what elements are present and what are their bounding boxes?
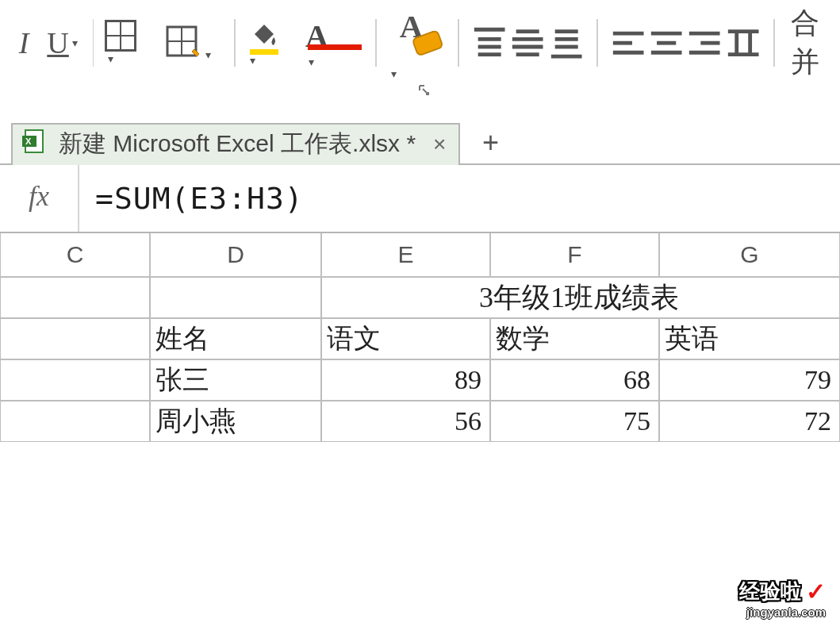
fill-color-icon [247,18,282,53]
cell-shading-icon [164,24,199,59]
watermark: 经验啦 ✓ jingyanla.com [739,578,826,619]
align-bottom-icon [547,24,585,62]
separator [93,19,94,67]
cell-c3[interactable] [0,359,150,401]
align-bottom-button[interactable] [547,19,585,67]
header-chinese[interactable]: 语文 [321,318,490,359]
font-color-icon: A [305,17,364,55]
header-english[interactable]: 英语 [659,318,840,359]
tab-title: 新建 Microsoft Excel 工作表.xlsx * [59,128,416,160]
distribute-icon [724,24,762,62]
close-tab-button[interactable]: × [433,132,446,157]
workbook-tab[interactable]: X 新建 Microsoft Excel 工作表.xlsx * × [11,123,460,165]
border-button[interactable]: ▾ [105,20,163,66]
align-left-button[interactable] [609,19,647,67]
align-top-button[interactable] [470,19,508,67]
format-toolbar: I U▾ ▾ ▾ ▾ A ▾ [0,0,840,79]
workbook-tabbar: X 新建 Microsoft Excel 工作表.xlsx * × + [0,119,840,165]
dialog-launcher-button[interactable] [415,81,434,100]
clear-format-button[interactable]: A ▾ [388,5,447,81]
chevron-down-icon: ▾ [108,53,113,65]
chevron-down-icon: ▾ [205,49,211,61]
chevron-down-icon: ▾ [250,55,255,67]
underline-icon: U [47,25,68,60]
italic-icon: I [19,25,29,60]
excel-file-icon: X [21,128,48,160]
cell-chinese-0[interactable]: 89 [321,359,490,401]
eraser-icon: A [388,5,447,63]
separator [596,19,598,67]
chevron-down-icon: ▾ [309,56,314,68]
checkmark-icon: ✓ [806,578,826,605]
header-math[interactable]: 数学 [490,318,659,359]
separator [234,19,236,67]
column-header-d[interactable]: D [150,233,321,277]
align-middle-icon [508,24,547,62]
cell-english-0[interactable]: 79 [659,359,840,401]
align-top-icon [470,24,508,62]
sheet-title-text: 3年级1班成绩表 [479,279,679,317]
spreadsheet-grid[interactable]: C D E F G 3年级1班成绩表 姓名 语文 数学 英语 张三 89 68 … [0,233,840,442]
cell-english-1[interactable]: 72 [659,401,840,442]
fx-label[interactable]: fx [0,165,79,232]
title-merged-cell[interactable]: 3年级1班成绩表 [321,277,840,318]
header-name[interactable]: 姓名 [150,318,321,359]
chevron-down-icon: ▾ [391,68,397,80]
italic-button[interactable]: I [5,19,43,67]
align-right-icon [685,24,723,62]
align-left-icon [609,24,647,62]
formula-bar: fx =SUM(E3:H3) [0,165,840,233]
watermark-text: 经验啦 [739,578,801,605]
align-center-button[interactable] [647,19,685,67]
add-tab-button[interactable]: + [474,127,506,159]
distribute-button[interactable] [724,19,762,67]
svg-text:X: X [25,136,32,146]
formula-input[interactable]: =SUM(E3:H3) [79,181,840,216]
chevron-down-icon: ▾ [72,36,78,50]
font-color-button[interactable]: A ▾ [305,17,364,69]
cell-c4[interactable] [0,401,150,442]
separator [773,19,775,67]
cell-c1[interactable] [0,277,150,318]
separator [458,19,459,67]
dialog-launcher-icon [418,84,431,97]
column-header-f[interactable]: F [490,233,659,277]
separator [375,19,377,67]
underline-button[interactable]: U▾ [43,19,81,67]
align-middle-button[interactable] [508,19,547,67]
watermark-url: jingyanla.com [739,605,826,619]
border-icon [105,20,136,52]
column-header-g[interactable]: G [659,233,840,277]
merge-button[interactable]: 合并 [791,4,840,82]
align-center-icon [647,24,685,62]
column-header-c[interactable]: C [0,233,150,277]
cell-shading-button[interactable]: ▾ [164,24,223,62]
cell-math-0[interactable]: 68 [490,359,659,401]
cell-name-0[interactable]: 张三 [150,359,321,401]
cell-math-1[interactable]: 75 [490,401,659,442]
cell-c2[interactable] [0,318,150,359]
cell-name-1[interactable]: 周小燕 [150,401,321,442]
cell-d1[interactable] [150,277,321,318]
column-header-e[interactable]: E [321,233,490,277]
cell-chinese-1[interactable]: 56 [321,401,490,442]
fill-color-button[interactable]: ▾ [247,18,305,67]
align-right-button[interactable] [685,19,723,67]
